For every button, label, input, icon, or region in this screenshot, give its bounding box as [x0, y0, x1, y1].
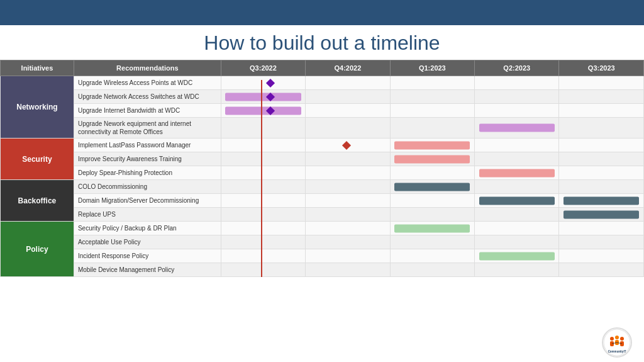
col-initiatives: Initiatives — [1, 60, 74, 76]
quarter-cell-q3_2023 — [559, 263, 644, 277]
recommendation-cell: Replace UPS — [74, 208, 221, 222]
quarter-cell-q3_2023 — [559, 194, 644, 208]
svg-point-5 — [620, 337, 624, 341]
quarter-cell-q4_2022 — [306, 76, 390, 90]
table-row: Incident Response Policy — [1, 249, 644, 263]
quarter-cell-q1_2023 — [390, 166, 474, 180]
quarter-cell-q2_2023 — [475, 249, 559, 263]
recommendation-cell: COLO Decommissioning — [74, 180, 221, 194]
gantt-bar — [479, 169, 555, 177]
quarter-cell-q2_2023 — [475, 90, 559, 104]
svg-point-1 — [610, 337, 614, 341]
quarter-cell-q3_2022 — [221, 222, 305, 235]
quarter-cell-q3_2023 — [559, 208, 644, 222]
recommendation-cell: Mobile Device Management Policy — [74, 263, 221, 277]
quarter-cell-q1_2023 — [390, 104, 474, 118]
table-row: Improve Security Awareness Training — [1, 152, 644, 166]
quarter-cell-q1_2023 — [390, 222, 474, 235]
quarter-cell-q3_2022 — [221, 249, 305, 263]
quarter-cell-q3_2022 — [221, 263, 305, 277]
quarter-cell-q4_2022 — [306, 180, 390, 194]
quarter-cell-q3_2023 — [559, 180, 644, 194]
quarter-cell-q1_2023 — [390, 118, 474, 139]
quarter-cell-q3_2022 — [221, 76, 305, 90]
diamond-marker — [342, 140, 351, 149]
col-recommendations: Recommendations — [74, 60, 221, 76]
quarter-cell-q4_2022 — [306, 263, 390, 277]
quarter-cell-q3_2022 — [221, 166, 305, 180]
quarter-cell-q2_2023 — [475, 139, 559, 152]
gantt-bar — [394, 183, 470, 191]
quarter-cell-q1_2023 — [390, 249, 474, 263]
quarter-cell-q3_2023 — [559, 139, 644, 152]
gantt-table: Initiatives Recommendations Q3:2022 Q4:2… — [0, 60, 644, 277]
table-row: Upgrade Nework equipment and internet co… — [1, 118, 644, 139]
quarter-cell-q1_2023 — [390, 152, 474, 166]
quarter-cell-q1_2023 — [390, 90, 474, 104]
quarter-cell-q2_2023 — [475, 208, 559, 222]
gantt-bar — [564, 196, 639, 205]
quarter-cell-q3_2022 — [221, 118, 305, 139]
table-row: Domain Migration/Server Decommissioning — [1, 194, 644, 208]
quarter-cell-q3_2023 — [559, 104, 644, 118]
logo-svg: CommunityIT — [603, 329, 631, 356]
recommendation-cell: Improve Security Awareness Training — [74, 152, 221, 166]
gantt-bar — [479, 124, 555, 132]
quarter-cell-q2_2023 — [475, 104, 559, 118]
quarter-cell-q2_2023 — [475, 76, 559, 90]
gantt-bar — [394, 141, 470, 149]
quarter-cell-q2_2023 — [475, 152, 559, 166]
recommendation-cell: Upgrade Network Access Switches at WDC — [74, 90, 221, 104]
initiative-cell-backoffice: Backoffice — [1, 180, 74, 222]
col-q3-2022: Q3:2022 — [221, 60, 305, 76]
quarter-cell-q1_2023 — [390, 180, 474, 194]
quarter-cell-q3_2023 — [559, 76, 644, 90]
table-row: Upgrade Network Access Switches at WDC — [1, 90, 644, 104]
quarter-cell-q2_2023 — [475, 118, 559, 139]
quarter-cell-q3_2022 — [221, 235, 305, 249]
quarter-cell-q3_2023 — [559, 152, 644, 166]
table-row: BackofficeCOLO Decommissioning — [1, 180, 644, 194]
quarter-cell-q4_2022 — [306, 118, 390, 139]
quarter-cell-q3_2022 — [221, 104, 305, 118]
gantt-bar — [564, 210, 639, 218]
table-row: Replace UPS — [1, 208, 644, 222]
quarter-cell-q1_2023 — [390, 76, 474, 90]
recommendation-cell: Security Policy / Backup & DR Plan — [74, 222, 221, 235]
quarter-cell-q1_2023 — [390, 139, 474, 152]
quarter-cell-q4_2022 — [306, 208, 390, 222]
quarter-cell-q4_2022 — [306, 152, 390, 166]
quarter-cell-q3_2023 — [559, 118, 644, 139]
recommendation-cell: Implement LastPass Password Manager — [74, 139, 221, 152]
quarter-cell-q3_2022 — [221, 152, 305, 166]
quarter-cell-q3_2022 — [221, 139, 305, 152]
quarter-cell-q4_2022 — [306, 249, 390, 263]
diamond-marker — [266, 78, 275, 87]
top-bar — [0, 0, 644, 25]
gantt-bar — [225, 93, 301, 101]
gantt-table-container: Initiatives Recommendations Q3:2022 Q4:2… — [0, 60, 644, 277]
quarter-cell-q4_2022 — [306, 222, 390, 235]
initiative-cell-networking: Networking — [1, 76, 74, 139]
quarter-cell-q3_2023 — [559, 235, 644, 249]
recommendation-cell: Incident Response Policy — [74, 249, 221, 263]
recommendation-cell: Domain Migration/Server Decommissioning — [74, 194, 221, 208]
table-row: Deploy Spear-Phishing Protection — [1, 166, 644, 180]
recommendation-cell: Acceptable Use Policy — [74, 235, 221, 249]
page-title: How to build out a timeline — [0, 31, 644, 55]
quarter-cell-q3_2023 — [559, 166, 644, 180]
quarter-cell-q2_2023 — [475, 180, 559, 194]
quarter-cell-q3_2022 — [221, 208, 305, 222]
table-row: Acceptable Use Policy — [1, 235, 644, 249]
quarter-cell-q3_2022 — [221, 180, 305, 194]
quarter-cell-q3_2023 — [559, 222, 644, 235]
recommendation-cell: Upgrade Internet Bandwidth at WDC — [74, 104, 221, 118]
quarter-cell-q2_2023 — [475, 166, 559, 180]
col-q3-2023: Q3:2023 — [559, 60, 644, 76]
recommendation-cell: Upgrade Wireless Access Points at WDC — [74, 76, 221, 90]
quarter-cell-q2_2023 — [475, 194, 559, 208]
recommendation-cell: Upgrade Nework equipment and internet co… — [74, 118, 221, 139]
col-q1-2023: Q1:2023 — [390, 60, 474, 76]
quarter-cell-q4_2022 — [306, 104, 390, 118]
gantt-bar — [225, 106, 301, 115]
